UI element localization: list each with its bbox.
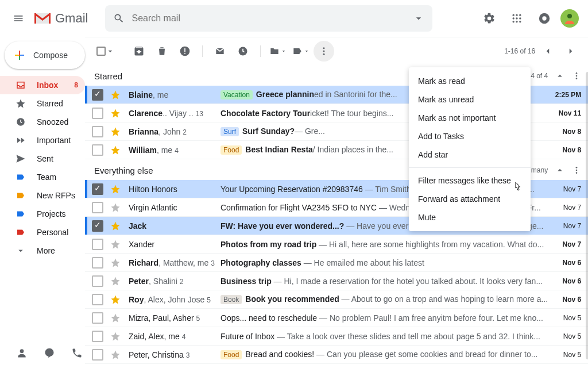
row-checkbox[interactable] xyxy=(92,126,103,137)
mail-row[interactable]: Peter, Shalini2Business trip — Hi, I mad… xyxy=(85,272,588,290)
star-toggle[interactable] xyxy=(110,202,122,213)
snooze-button[interactable] xyxy=(233,41,253,62)
row-checkbox[interactable] xyxy=(92,89,103,101)
menu-item-forward-as-attachment[interactable]: Forward as attachment xyxy=(409,190,531,208)
row-checkbox[interactable] xyxy=(92,275,103,287)
hangouts-icon[interactable] xyxy=(44,347,55,359)
section-more-icon[interactable] xyxy=(572,166,581,175)
svg-rect-0 xyxy=(34,13,36,24)
search-input[interactable] xyxy=(131,13,413,24)
section-more-icon[interactable] xyxy=(572,71,581,80)
search-bar[interactable] xyxy=(105,5,432,32)
row-checkbox[interactable] xyxy=(92,331,103,342)
move-to-button[interactable] xyxy=(268,41,288,62)
star-toggle[interactable] xyxy=(110,313,122,323)
row-checkbox[interactable] xyxy=(92,202,103,213)
mark-read-button[interactable] xyxy=(210,41,230,62)
star-toggle[interactable] xyxy=(110,221,122,231)
star-toggle[interactable] xyxy=(110,350,122,360)
delete-button[interactable] xyxy=(152,41,172,62)
star-toggle[interactable] xyxy=(110,294,122,305)
sender: Brianna, John2 xyxy=(129,127,220,136)
nav-item-more[interactable]: More xyxy=(0,241,85,260)
person-icon[interactable] xyxy=(16,347,28,359)
svg-point-7 xyxy=(519,17,521,19)
menu-item-add-star[interactable]: Add star xyxy=(409,145,531,164)
svg-point-24 xyxy=(576,75,578,77)
next-page-button[interactable] xyxy=(560,41,581,62)
date: Nov 7 xyxy=(552,222,581,230)
menu-item-filter-messages-like-these[interactable]: Filter messages like these xyxy=(409,171,531,190)
menu-item-mark-as-unread[interactable]: Mark as unread xyxy=(409,90,531,109)
star-toggle[interactable] xyxy=(110,331,122,342)
collapse-icon[interactable] xyxy=(555,165,565,175)
star-icon xyxy=(15,98,26,109)
nav-item-team[interactable]: Team xyxy=(0,168,85,186)
star-toggle[interactable] xyxy=(110,276,122,286)
star-toggle[interactable] xyxy=(110,108,122,118)
nav-item-inbox[interactable]: Inbox8 xyxy=(0,76,85,94)
svg-point-27 xyxy=(576,170,578,171)
star-toggle[interactable] xyxy=(110,126,122,137)
nav-item-important[interactable]: Important xyxy=(0,131,85,150)
row-checkbox[interactable] xyxy=(92,239,103,250)
nav-item-snoozed[interactable]: Snoozed xyxy=(0,113,85,131)
row-checkbox[interactable] xyxy=(92,108,103,119)
row-checkbox[interactable] xyxy=(92,257,103,269)
settings-button[interactable] xyxy=(478,7,501,30)
nav-item-starred[interactable]: Starred xyxy=(0,94,85,113)
phone-icon[interactable] xyxy=(71,347,83,359)
mail-row[interactable]: XanderPhotos from my road trip — Hi all,… xyxy=(85,235,588,254)
svg-point-18 xyxy=(184,53,185,54)
menu-item-add-to-tasks[interactable]: Add to Tasks xyxy=(409,127,531,145)
account-avatar[interactable] xyxy=(560,9,579,28)
star-toggle[interactable] xyxy=(110,184,122,194)
row-checkbox[interactable] xyxy=(92,294,103,305)
label-icon xyxy=(15,227,26,238)
svg-point-22 xyxy=(323,53,325,55)
label-icon xyxy=(15,208,26,220)
search-options-icon[interactable] xyxy=(413,13,424,24)
row-checkbox[interactable] xyxy=(92,144,103,156)
mail-row[interactable]: Zaid, Alex, me4Future of Inbox — Take a … xyxy=(85,327,588,346)
mail-row[interactable]: Richard, Matthew, me3Photography classes… xyxy=(85,254,588,272)
row-checkbox[interactable] xyxy=(92,183,103,195)
star-toggle[interactable] xyxy=(110,90,122,100)
select-all-checkbox[interactable] xyxy=(94,47,117,56)
svg-point-9 xyxy=(516,21,517,22)
row-checkbox[interactable] xyxy=(92,312,103,324)
nav-item-sent[interactable]: Sent xyxy=(0,150,85,168)
notifications-button[interactable] xyxy=(533,7,556,30)
sender: Peter, Christina3 xyxy=(129,350,220,359)
row-checkbox[interactable] xyxy=(92,220,103,232)
row-checkbox[interactable] xyxy=(92,349,103,361)
star-toggle[interactable] xyxy=(110,145,122,155)
date: Nov 6 xyxy=(552,259,581,267)
nav-item-personal[interactable]: Personal xyxy=(0,223,85,241)
gmail-logo[interactable]: Gmail xyxy=(34,11,88,26)
sidebar-footer xyxy=(0,340,85,368)
nav-item-projects[interactable]: Projects xyxy=(0,205,85,223)
header-actions xyxy=(478,7,583,30)
scrollbar[interactable] xyxy=(586,72,588,359)
sender: Peter, Shalini2 xyxy=(129,277,220,286)
collapse-icon[interactable] xyxy=(555,71,565,81)
archive-button[interactable] xyxy=(129,41,149,62)
menu-item-mark-as-not-important[interactable]: Mark as not important xyxy=(409,109,531,127)
star-toggle[interactable] xyxy=(110,239,122,250)
nav-item-new-rfps[interactable]: New RFPs xyxy=(0,186,85,205)
spam-button[interactable] xyxy=(175,41,195,62)
main-menu-button[interactable] xyxy=(5,5,32,32)
date: Nov 5 xyxy=(552,314,581,322)
apps-button[interactable] xyxy=(505,7,528,30)
mail-row[interactable]: Mizra, Paul, Asher5Oops... need to resch… xyxy=(85,309,588,327)
prev-page-button[interactable] xyxy=(537,41,558,62)
star-toggle[interactable] xyxy=(110,258,122,268)
more-button[interactable] xyxy=(314,41,334,62)
compose-button[interactable]: Compose xyxy=(5,41,85,69)
mail-row[interactable]: Peter, Christina3FoodBread and cookies! … xyxy=(85,346,588,364)
mail-row[interactable]: Roy, Alex, John Jose5BookBook you recomm… xyxy=(85,290,588,309)
menu-item-mark-as-read[interactable]: Mark as read xyxy=(409,72,531,90)
menu-item-mute[interactable]: Mute xyxy=(409,208,531,227)
labels-button[interactable] xyxy=(291,41,311,62)
